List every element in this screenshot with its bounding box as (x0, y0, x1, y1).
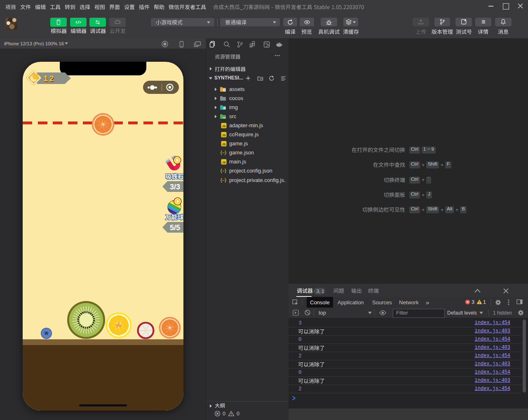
svg-text:</>: </> (223, 116, 226, 119)
svg-text:JS: JS (222, 124, 225, 128)
svg-text:JS: JS (222, 133, 225, 137)
svg-text:JS: JS (222, 161, 225, 164)
svg-text:JS: JS (222, 142, 225, 146)
